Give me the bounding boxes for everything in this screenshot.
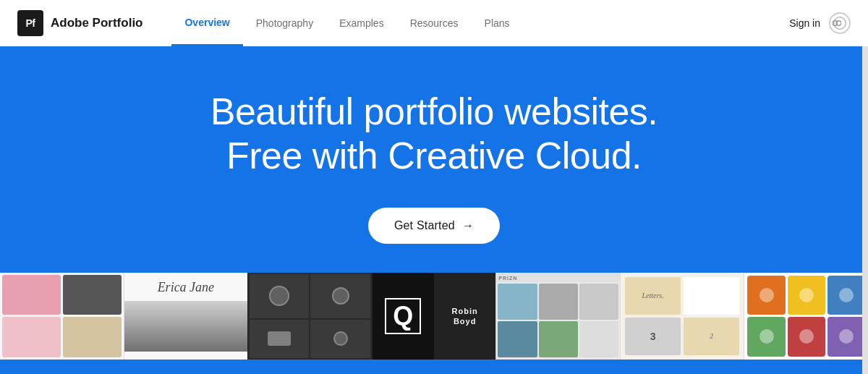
nav-item-overview[interactable]: Overview xyxy=(171,0,242,46)
scrollbar[interactable] xyxy=(862,0,868,374)
thumb4-name-box: Robin Boyd xyxy=(434,273,495,360)
thumbnail-1[interactable] xyxy=(0,273,124,360)
thumbnail-3[interactable] xyxy=(247,273,372,360)
thumb7-cell6 xyxy=(827,317,865,357)
thumb4-letter: Q xyxy=(385,298,421,334)
thumbnail-5[interactable]: PRIZN xyxy=(495,273,620,360)
thumb6-num1: 3 xyxy=(625,318,681,355)
thumb6-sketch: Letters. xyxy=(625,277,681,315)
thumb5-cell4 xyxy=(498,321,537,357)
thumb5-cell1 xyxy=(498,284,537,320)
thumb1-cell1 xyxy=(2,275,61,315)
thumb1-cell2 xyxy=(63,275,122,315)
creative-cloud-icon[interactable] xyxy=(829,12,851,34)
navbar: Pf Adobe Portfolio Overview Photography … xyxy=(0,0,868,46)
thumb5-cell5 xyxy=(539,321,578,357)
hero-section: Beautiful portfolio websites. Free with … xyxy=(0,46,868,273)
thumbnails-row: Erica Jane Q Robin Boyd PRIZN xyxy=(0,273,868,360)
thumb2-image xyxy=(124,301,248,352)
nav-item-photography[interactable]: Photography xyxy=(243,0,326,46)
logo-title: Adobe Portfolio xyxy=(51,16,142,30)
logo-area[interactable]: Pf Adobe Portfolio xyxy=(17,10,142,36)
logo-icon: Pf xyxy=(17,10,43,36)
thumb2-name: Erica Jane xyxy=(158,280,214,295)
thumb5-cell6 xyxy=(579,321,618,357)
sign-in-link[interactable]: Sign in xyxy=(789,17,820,29)
thumb6-white xyxy=(684,277,739,315)
thumbnail-7[interactable] xyxy=(744,273,868,360)
thumb5-cell2 xyxy=(539,284,578,320)
thumb7-cell4 xyxy=(747,317,785,357)
thumbnail-2[interactable]: Erica Jane xyxy=(124,273,248,360)
thumb5-label: PRIZN xyxy=(496,273,620,282)
thumb6-num2: 2 xyxy=(684,318,739,355)
get-started-button[interactable]: Get Started → xyxy=(368,208,500,244)
thumb7-cell1 xyxy=(747,276,785,315)
nav-item-examples[interactable]: Examples xyxy=(326,0,396,46)
thumb1-cell4 xyxy=(63,317,122,357)
thumb5-cell3 xyxy=(579,284,618,320)
thumb3-cell4 xyxy=(310,320,370,358)
thumb3-cell1 xyxy=(250,274,309,318)
svg-point-0 xyxy=(834,17,846,30)
thumb4-letter-box: Q xyxy=(373,273,434,360)
thumb7-cell5 xyxy=(788,317,825,357)
thumb3-cell3 xyxy=(250,320,309,358)
thumb4-name1: Robin xyxy=(452,307,478,315)
nav-item-resources[interactable]: Resources xyxy=(397,0,472,46)
thumb1-cell3 xyxy=(2,317,61,357)
thumb7-cell2 xyxy=(788,276,825,315)
nav-item-plans[interactable]: Plans xyxy=(472,0,523,46)
thumbnail-6[interactable]: Letters. 3 2 xyxy=(620,273,744,360)
thumbnail-4[interactable]: Q Robin Boyd xyxy=(372,273,496,360)
nav-links: Overview Photography Examples Resources … xyxy=(171,0,789,46)
thumb4-name2: Boyd xyxy=(454,317,477,326)
hero-headline: Beautiful portfolio websites. Free with … xyxy=(210,90,658,179)
thumb7-cell3 xyxy=(827,276,865,315)
nav-right: Sign in xyxy=(789,12,851,34)
thumb3-cell2 xyxy=(310,274,370,318)
